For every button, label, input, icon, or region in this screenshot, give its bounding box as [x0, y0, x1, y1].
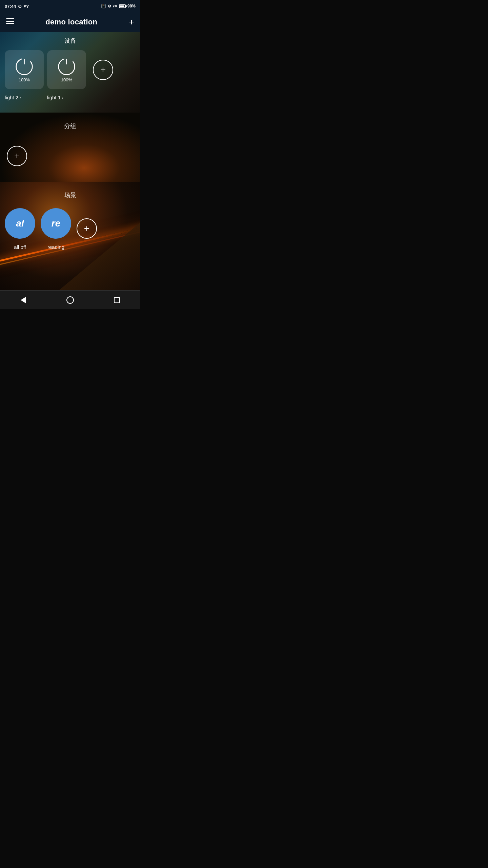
power-icon-light1: [57, 57, 76, 76]
device-card-light2[interactable]: 100%: [5, 50, 44, 89]
app-title: demo location: [45, 18, 97, 26]
scenes-title: 场景: [0, 186, 140, 205]
devices-title: 设备: [0, 32, 140, 50]
scene-circle-all-off[interactable]: al: [5, 208, 35, 239]
scene-circle-reading[interactable]: re: [41, 208, 71, 239]
recent-button[interactable]: [107, 293, 127, 307]
status-left: 07:44 ⊙ ▾?: [5, 4, 29, 9]
svg-rect-1: [6, 21, 14, 22]
svg-rect-2: [6, 23, 14, 24]
status-bar: 07:44 ⊙ ▾? 📳 ⊘ ▾✕ 98%: [0, 0, 140, 12]
menu-button[interactable]: [6, 18, 14, 26]
back-button[interactable]: [13, 293, 34, 307]
groups-section: 分组 +: [0, 113, 140, 182]
device-percent-light2: 100%: [19, 77, 30, 82]
vibrate-icon: 📳: [101, 4, 106, 8]
recent-icon: [114, 297, 120, 303]
wifi-x-icon: ▾✕: [113, 4, 117, 8]
device-percent-light1: 100%: [61, 77, 72, 82]
back-icon: [21, 297, 26, 303]
chevron-icon-light1: ›: [62, 95, 63, 100]
wifi-icon: ▾?: [24, 4, 29, 9]
devices-section: 设备 100% 100% + light 2 › light 1: [0, 32, 140, 113]
scene-label-all-off: all off: [5, 244, 35, 250]
svg-rect-4: [24, 59, 25, 64]
home-button[interactable]: [60, 293, 80, 307]
scene-label-reading: reading: [41, 244, 71, 250]
scene-circles: al re +: [0, 205, 140, 242]
add-device-button[interactable]: +: [93, 60, 113, 80]
battery-icon: [119, 4, 126, 8]
signal-block-icon: ⊘: [108, 4, 111, 8]
svg-rect-0: [6, 18, 14, 19]
scenes-section: 场景 al re + all off reading: [0, 182, 140, 290]
device-label-light1[interactable]: light 1 ›: [47, 95, 86, 100]
add-group-button[interactable]: +: [7, 146, 27, 166]
app-bar: demo location +: [0, 12, 140, 32]
battery-percent: 98%: [127, 4, 136, 8]
signal-icon: ⊙: [18, 4, 22, 9]
add-scene-button[interactable]: +: [77, 218, 97, 239]
scene-abbr-all-off: al: [16, 218, 24, 229]
scene-abbr-reading: re: [52, 218, 60, 229]
status-time: 07:44: [5, 4, 16, 9]
svg-rect-6: [66, 59, 67, 64]
scenes-content: 场景 al re + all off reading: [0, 182, 140, 260]
groups-title: 分组: [0, 117, 140, 136]
device-labels: light 2 › light 1 ›: [0, 93, 140, 106]
nav-bar: [0, 290, 140, 309]
chevron-icon-light2: ›: [20, 95, 21, 100]
scene-labels: all off reading: [0, 242, 140, 255]
add-button-header[interactable]: +: [129, 17, 134, 27]
home-icon: [66, 296, 74, 304]
power-icon-light2: [15, 57, 34, 76]
device-card-light1[interactable]: 100%: [47, 50, 86, 89]
devices-grid: 100% 100% +: [0, 50, 140, 93]
device-label-light2[interactable]: light 2 ›: [5, 95, 44, 100]
groups-content: 分组 +: [0, 113, 140, 182]
status-right: 📳 ⊘ ▾✕ 98%: [101, 4, 136, 8]
